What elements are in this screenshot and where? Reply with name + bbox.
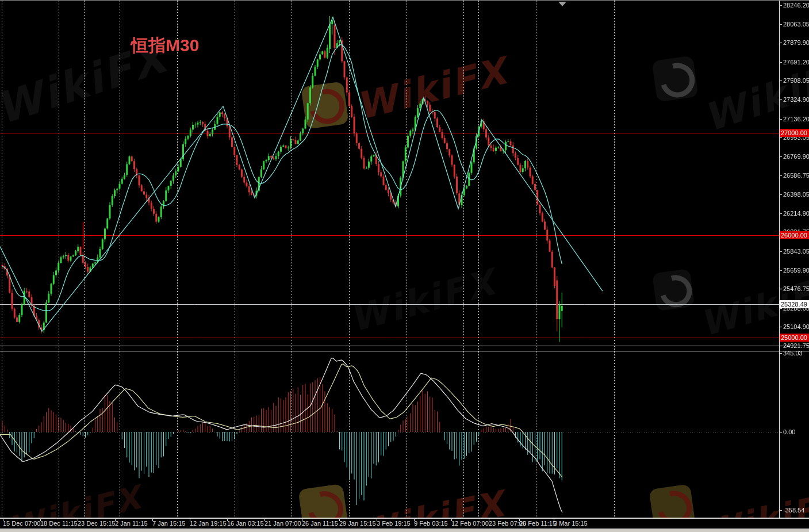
price-axis-label: 27691.20 [783,59,809,66]
price-axis-label: 25104.90 [783,323,809,330]
time-axis-label: 16 Jan 03:15 [227,520,264,527]
price-axis-label: 27136.20 [783,116,809,123]
price-axis-label: 27879.90 [783,39,809,46]
time-axis-label: 2 Jan 11:15 [115,520,148,527]
price-axis-label: 25476.75 [783,285,809,292]
time-axis-label: 7 Jan 15:15 [152,520,186,527]
mt4-chart-window: WikiFXWikiFXWikiFXWikiFXWikiFXWikiFXWiki… [0,0,809,532]
macd-axis-label: 0.00 [783,428,795,435]
resistance-price-tag: 27000.00 [780,129,809,137]
chart-symbol-title: 恒指M30 [131,34,199,58]
price-axis-label: 28246.20 [783,2,809,9]
time-axis-label: 3 Mar 15:15 [554,520,588,527]
bid-price-tag: 25328.49 [780,300,809,308]
price-axis-label: 28063.05 [783,21,809,28]
window-bottom-border [0,529,809,532]
price-axis-label: 25843.05 [783,248,809,255]
time-axis-label: 9 Feb 03:15 [414,520,448,527]
price-axis-label: 27508.05 [783,77,809,84]
price-axis-label: 26586.75 [783,172,809,179]
price-axis-label: 24921.75 [783,342,809,349]
pivot-price-tag: 26000.00 [780,231,809,239]
price-axis-label: 27324.90 [783,96,809,103]
price-axis-label: 26398.05 [783,191,809,198]
time-axis-label: 26 Jan 11:15 [302,520,338,527]
price-axis-label: 26214.90 [783,210,809,217]
chart-shift-marker-icon[interactable] [558,2,566,6]
time-axis-label: 21 Jan 07:00 [264,520,301,527]
time-axis-label: 18 Dec 11:15 [40,520,78,527]
time-axis-label: 15 Dec 07:00 [3,520,40,527]
time-axis-label: 3 Feb 19:15 [377,520,411,527]
support-price-tag: 25000.00 [780,334,809,342]
macd-axis-label: -358.54 [783,507,804,514]
macd-axis-label: 345.03 [783,350,803,357]
time-axis-label: 29 Jan 15:15 [339,520,376,527]
price-axis-label: 25659.90 [783,267,809,274]
time-axis-label: 23 Dec 15:15 [78,520,115,527]
chart-canvas[interactable] [0,1,809,518]
time-axis-label: 12 Jan 19:15 [190,520,227,527]
time-axis-label: 12 Feb 07:00 [451,520,489,527]
time-axis-label: 26 Feb 11:15 [519,520,556,527]
price-axis-label: 26769.90 [783,153,809,160]
